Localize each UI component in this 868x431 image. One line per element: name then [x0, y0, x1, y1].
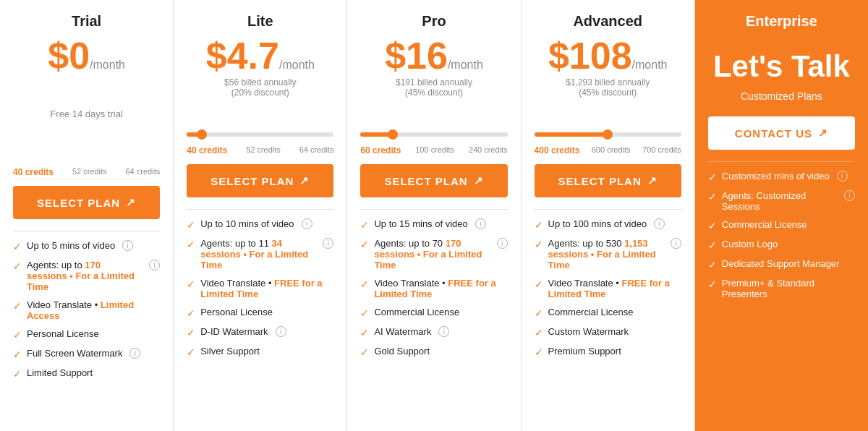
credit-option: 400 credits — [535, 145, 580, 155]
lets-talk-text: Let's Talk — [708, 50, 855, 83]
feature-highlight: FREE for a Limited Time — [200, 278, 322, 299]
check-icon: ✓ — [187, 327, 195, 338]
check-icon: ✓ — [187, 346, 195, 358]
credits-row: 400 credits600 credits700 credits — [535, 145, 681, 155]
divider — [360, 209, 507, 210]
check-icon: ✓ — [13, 349, 22, 360]
credits-slider[interactable] — [535, 132, 681, 140]
divider — [13, 231, 160, 231]
customized-plans-text: Customized Plans — [708, 90, 855, 102]
credit-option: 52 credits — [246, 145, 281, 155]
feature-item: ✓Premium Support — [535, 346, 681, 358]
billed-text: $191 billed annually(45% discount) — [360, 77, 507, 98]
slider-thumb[interactable] — [388, 129, 398, 140]
select-plan-button[interactable]: SELECT PLAN ↗ — [187, 164, 333, 197]
credits-row: 60 credits100 credits240 credits — [360, 145, 507, 155]
divider — [708, 161, 855, 162]
check-icon: ✓ — [13, 241, 22, 252]
feature-text: Agents: Customized Sessions — [722, 190, 837, 212]
info-icon[interactable]: i — [654, 218, 665, 229]
feature-list: ✓Up to 15 mins of videoi✓Agents: up to 7… — [360, 218, 507, 358]
slider-thumb[interactable] — [603, 129, 613, 140]
info-icon[interactable]: i — [302, 218, 312, 229]
credits-row: 40 credits52 credits64 credits — [187, 145, 333, 155]
feature-list: ✓Customized mins of videoi✓Agents: Custo… — [708, 171, 855, 299]
check-icon: ✓ — [708, 191, 717, 202]
feature-text: Agents: up to 530 1,153 sessions • For a… — [548, 238, 663, 270]
credit-option: 64 credits — [126, 167, 161, 177]
check-icon: ✓ — [187, 278, 195, 290]
feature-item: ✓Agents: up to 170 sessions • For a Limi… — [13, 260, 160, 292]
feature-highlight: 170 sessions • For a Limited Time — [27, 260, 135, 292]
info-icon[interactable]: i — [475, 218, 486, 229]
info-icon[interactable]: i — [323, 238, 333, 249]
check-icon: ✓ — [535, 346, 543, 358]
feature-item: ✓Personal License — [187, 307, 333, 319]
check-icon: ✓ — [187, 219, 195, 231]
feature-item: ✓Custom Watermark — [535, 326, 681, 338]
info-icon[interactable]: i — [149, 260, 160, 270]
feature-text: Up to 5 mins of video — [27, 240, 115, 251]
feature-item: ✓Up to 5 mins of videoi — [13, 240, 160, 252]
feature-text: Video Translate • FREE for a Limited Tim… — [200, 278, 333, 299]
check-icon: ✓ — [708, 220, 717, 231]
feature-highlight: FREE for a Limited Time — [548, 278, 670, 299]
feature-highlight: FREE for a Limited Time — [374, 278, 495, 299]
slider-thumb[interactable] — [197, 129, 207, 140]
feature-item: ✓Up to 15 mins of videoi — [360, 218, 507, 231]
price-area: $16/month — [360, 37, 507, 74]
free-trial-text: Free 14 days trial — [13, 103, 160, 124]
info-icon[interactable]: i — [497, 238, 508, 249]
credits-slider[interactable] — [360, 132, 507, 140]
feature-item: ✓Agents: up to 70 170 sessions • For a L… — [360, 238, 507, 270]
feature-text: Agents: up to 11 34 sessions • For a Lim… — [200, 238, 315, 270]
credits-slider[interactable] — [187, 132, 333, 140]
info-icon[interactable]: i — [671, 238, 681, 249]
feature-text: Personal License — [27, 328, 99, 339]
select-plan-button[interactable]: SELECT PLAN ↗ — [535, 164, 681, 197]
price-value: $16 — [385, 35, 448, 77]
feature-highlight: 170 sessions • For a Limited Time — [374, 238, 482, 270]
check-icon: ✓ — [535, 327, 543, 338]
feature-item: ✓Limited Support — [13, 367, 160, 380]
plan-col-enterprise: EnterpriseLet's TalkCustomized PlansCONT… — [695, 0, 868, 431]
feature-text: Gold Support — [374, 346, 430, 357]
free-trial-text — [535, 103, 681, 124]
divider — [535, 209, 681, 210]
info-icon[interactable]: i — [122, 240, 133, 251]
arrow-icon: ↗ — [299, 174, 310, 187]
feature-item: ✓Silver Support — [187, 346, 333, 358]
info-icon[interactable]: i — [438, 326, 449, 337]
check-icon: ✓ — [708, 278, 717, 290]
feature-text: Personal License — [200, 307, 273, 317]
plan-col-lite: Lite$4.7/month$56 billed annually(20% di… — [174, 0, 347, 431]
check-icon: ✓ — [360, 346, 369, 358]
info-icon[interactable]: i — [276, 326, 286, 337]
feature-item: ✓Commercial License — [708, 219, 855, 231]
feature-text: Up to 100 mins of video — [548, 218, 647, 229]
info-icon[interactable]: i — [129, 348, 140, 359]
info-icon[interactable]: i — [844, 190, 855, 201]
price-value: $108 — [548, 35, 632, 77]
arrow-icon: ↗ — [818, 127, 828, 140]
check-icon: ✓ — [13, 260, 22, 272]
info-icon[interactable]: i — [837, 171, 848, 182]
check-icon: ✓ — [360, 307, 369, 319]
feature-item: ✓Full Screen Watermarki — [13, 348, 160, 360]
select-plan-button[interactable]: SELECT PLAN ↗ — [360, 164, 507, 197]
feature-item: ✓Dedicated Support Manager — [708, 258, 855, 270]
credit-option: 700 credits — [642, 145, 681, 155]
billed-text: $56 billed annually(20% discount) — [187, 77, 333, 98]
credit-option: 60 credits — [360, 145, 401, 155]
select-plan-button[interactable]: SELECT PLAN ↗ — [13, 186, 160, 219]
feature-text: Up to 10 mins of video — [200, 218, 294, 229]
price-per: /month — [448, 59, 483, 71]
check-icon: ✓ — [360, 278, 369, 290]
check-icon: ✓ — [708, 171, 717, 183]
check-icon: ✓ — [187, 239, 195, 250]
contact-us-button[interactable]: CONTACT US ↗ — [708, 116, 855, 150]
feature-text: Video Translate • FREE for a Limited Tim… — [374, 278, 507, 299]
plan-col-pro: Pro$16/month$191 billed annually(45% dis… — [347, 0, 521, 431]
check-icon: ✓ — [13, 368, 22, 380]
feature-highlight: 34 sessions • For a Limited Time — [200, 238, 308, 270]
